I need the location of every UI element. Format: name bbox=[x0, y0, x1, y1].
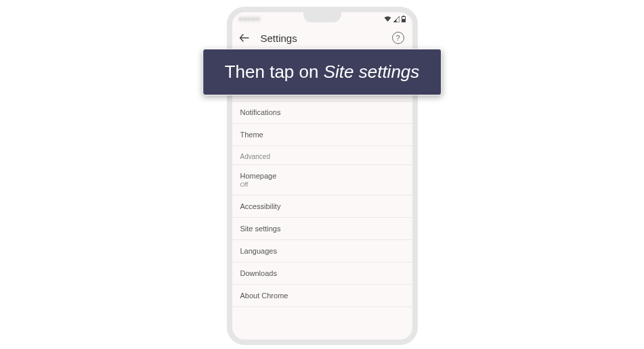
settings-item-downloads[interactable]: Downloads bbox=[232, 262, 412, 285]
homepage-label: Homepage bbox=[240, 172, 277, 180]
settings-item-accessibility[interactable]: Accessibility bbox=[232, 195, 412, 218]
status-time: ●●●●● bbox=[239, 16, 261, 22]
app-bar: Settings ? bbox=[232, 24, 412, 51]
callout-prefix: Then tap on bbox=[225, 62, 324, 82]
signal-icon bbox=[393, 16, 400, 22]
battery-icon bbox=[402, 16, 406, 22]
help-button[interactable]: ? bbox=[392, 32, 404, 44]
arrow-left-icon bbox=[239, 32, 250, 43]
question-mark-icon: ? bbox=[395, 34, 400, 42]
settings-item-homepage[interactable]: Homepage Off bbox=[232, 165, 412, 195]
settings-item-languages[interactable]: Languages bbox=[232, 240, 412, 262]
settings-item-site-settings[interactable]: Site settings bbox=[232, 218, 412, 240]
svg-rect-1 bbox=[403, 16, 404, 17]
page-title: Settings bbox=[261, 32, 383, 44]
homepage-value: Off bbox=[240, 181, 404, 188]
settings-item-about[interactable]: About Chrome bbox=[232, 285, 412, 307]
phone-notch bbox=[303, 11, 341, 22]
instruction-callout: Then tap on Site settings bbox=[202, 49, 442, 95]
back-button[interactable] bbox=[239, 32, 251, 44]
settings-item-theme[interactable]: Theme bbox=[232, 124, 412, 146]
svg-rect-2 bbox=[402, 19, 405, 22]
section-header-advanced: Advanced bbox=[232, 146, 412, 165]
callout-emphasis: Site settings bbox=[324, 62, 420, 82]
status-icons bbox=[384, 16, 406, 22]
wifi-icon bbox=[384, 16, 391, 22]
settings-item-notifications[interactable]: Notifications bbox=[232, 101, 412, 124]
